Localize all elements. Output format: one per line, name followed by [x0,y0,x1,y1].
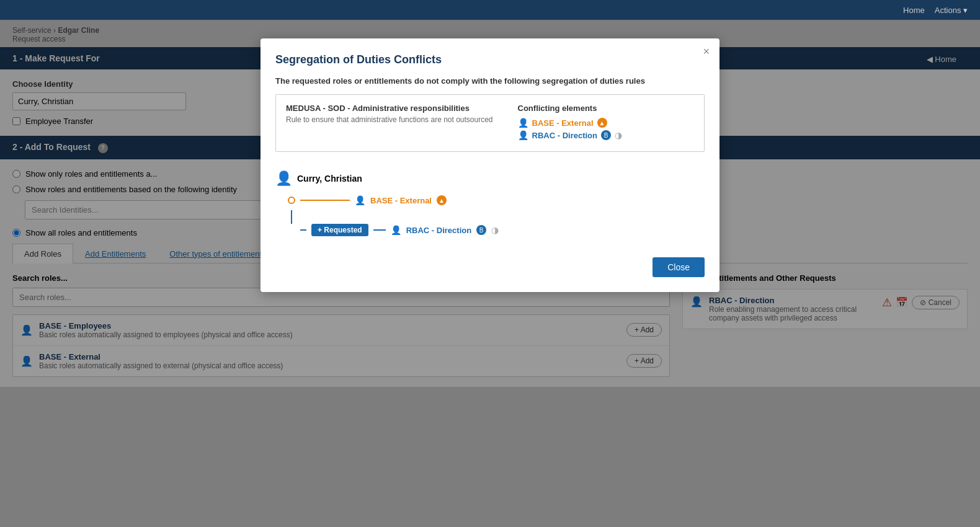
conflicting-elements-label: Conflicting elements [518,104,622,113]
top-bar: Home Actions ▾ [0,0,980,20]
branch-1: 👤 BASE - External ▲ [288,195,705,205]
sod-diagram: 👤 Curry, Christian 👤 BASE - External ▲ [275,164,705,242]
branch2-label: RBAC - Direction [406,226,471,235]
conflicting-elements-section: Conflicting elements 👤 BASE - External ▲… [518,104,622,143]
branch1-dot [288,197,295,204]
branch1-label: BASE - External [370,196,432,205]
element-person-icon-0: 👤 [518,118,528,128]
modal-close-x[interactable]: × [703,46,710,57]
v-connector [291,210,292,224]
sod-modal: Segregation of Duties Conflicts × The re… [261,38,719,292]
home-link[interactable]: Home [903,6,925,15]
modal-overlay: Segregation of Duties Conflicts × The re… [0,20,980,527]
diagram-user-row: 👤 Curry, Christian [275,170,705,187]
modal-description: The requested roles or entitlements do n… [275,76,705,86]
diagram-user-name: Curry, Christian [297,174,362,184]
element-badge-0: ▲ [597,118,607,128]
modal-title: Segregation of Duties Conflicts [275,53,705,66]
conflict-rule-name: MEDUSA - SOD - Administrative responsibi… [286,104,493,113]
page-background: Self-service › Edgar Cline Request acces… [0,20,980,527]
element-badge-1: B [601,130,611,140]
conflict-box-header: MEDUSA - SOD - Administrative responsibi… [286,104,694,143]
branch-2: + Requested 👤 RBAC - Direction B ◑ [288,224,705,236]
element-name-0: BASE - External [532,118,594,128]
branch2-badge: B [476,225,486,235]
conflict-rule-desc: Rule to ensure that administrative funct… [286,115,493,124]
modal-close-button[interactable]: Close [653,257,705,277]
conflict-box: MEDUSA - SOD - Administrative responsibi… [275,94,705,152]
branch1-line [300,200,350,201]
branch2-person-icon: 👤 [391,225,401,235]
element-person-icon-1: 👤 [518,130,528,140]
diagram-branches: 👤 BASE - External ▲ + Requested 👤 RBAC -… [275,195,705,236]
branch2-short-line [300,229,306,231]
actions-link[interactable]: Actions ▾ [935,6,968,15]
conflict-element-0: 👤 BASE - External ▲ [518,118,622,128]
requested-tag: + Requested [311,224,368,236]
conflict-elements-list: 👤 BASE - External ▲ 👤 RBAC - Direction B… [518,118,622,140]
conflict-rule-section: MEDUSA - SOD - Administrative responsibi… [286,104,493,143]
diagram-user-icon: 👤 [275,170,292,187]
branch1-badge: ▲ [437,195,447,205]
element-name-1: RBAC - Direction [532,131,597,140]
conflict-element-1: 👤 RBAC - Direction B ◑ [518,130,622,140]
branch2-extra: ◑ [491,225,499,235]
branch1-person-icon: 👤 [355,195,365,205]
branch2-spacer [288,226,295,234]
branch2-after-line [373,229,386,231]
element-extra-icon-1: ◑ [615,130,622,140]
